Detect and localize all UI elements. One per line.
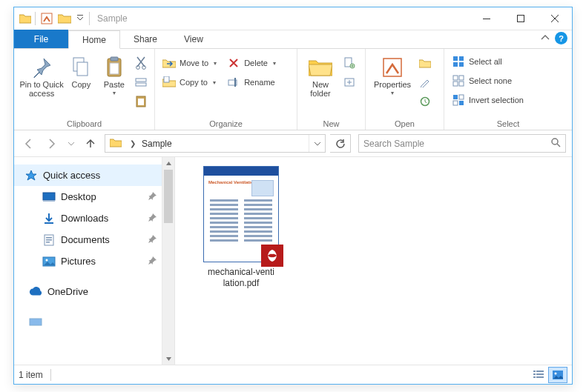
new-item-button[interactable] [342, 55, 357, 71]
chevron-down-icon: ▾ [273, 60, 276, 67]
history-button[interactable] [418, 93, 432, 110]
pin-label: Pin to Quick access [19, 80, 65, 98]
folder-icon [19, 12, 32, 25]
svg-rect-7 [111, 57, 118, 61]
svg-rect-24 [459, 56, 464, 61]
tree-pictures[interactable]: Pictures [14, 250, 174, 272]
svg-rect-40 [46, 237, 52, 239]
svg-rect-2 [483, 19, 490, 19]
copy-label: Copy [72, 80, 91, 89]
chevron-down-icon: ▾ [214, 60, 217, 67]
invert-selection-label: Invert selection [469, 96, 524, 104]
chevron-right-icon[interactable]: ❯ [127, 139, 139, 147]
svg-rect-42 [46, 242, 50, 243]
close-button[interactable] [538, 7, 572, 30]
file-list[interactable]: Mechanical Ventilation mechanical-venti … [175, 157, 572, 365]
open-button[interactable] [418, 55, 432, 71]
search-icon [550, 137, 561, 150]
body: Quick access Desktop Downl [14, 157, 572, 365]
qat-customize-button[interactable] [74, 14, 86, 23]
properties-button[interactable]: Properties ▾ [370, 52, 415, 97]
cut-button[interactable] [134, 55, 148, 71]
documents-icon [42, 234, 56, 246]
tree-documents-label: Documents [61, 234, 110, 245]
minimize-button[interactable] [470, 7, 504, 30]
file-item[interactable]: Mechanical Ventilation mechanical-venti … [193, 166, 289, 289]
back-button[interactable] [19, 134, 38, 153]
tree-desktop[interactable]: Desktop [14, 186, 174, 207]
tab-view[interactable]: View [171, 30, 217, 48]
search-placeholder: Search Sample [363, 139, 550, 149]
refresh-button[interactable] [330, 134, 351, 153]
scroll-thumb[interactable] [164, 170, 173, 223]
svg-rect-34 [459, 101, 464, 105]
tree-this-pc[interactable] [14, 311, 174, 333]
rename-label: Rename [244, 78, 275, 87]
breadcrumb-current[interactable]: Sample [139, 139, 175, 149]
pin-to-quick-access-button[interactable]: Pin to Quick access [19, 52, 65, 98]
nav-tree: Quick access Desktop Downl [14, 157, 175, 365]
new-folder-button[interactable]: New folder [302, 52, 339, 98]
svg-rect-25 [453, 62, 458, 67]
tree-downloads[interactable]: Downloads [14, 207, 174, 229]
maximize-button[interactable] [504, 7, 538, 30]
paste-label: Paste [104, 80, 125, 89]
svg-rect-47 [536, 371, 544, 372]
tab-home[interactable]: Home [68, 30, 120, 49]
svg-rect-33 [453, 101, 458, 105]
pdf-icon [261, 245, 283, 267]
qat-separator [35, 12, 36, 25]
svg-rect-8 [110, 63, 119, 74]
delete-label: Delete [244, 59, 268, 67]
status-bar: 1 item [14, 365, 572, 384]
scroll-up-button[interactable] [162, 157, 174, 170]
copy-path-button[interactable] [134, 74, 148, 90]
tree-pictures-label: Pictures [61, 256, 96, 267]
tree-quick-access-label: Quick access [43, 170, 100, 181]
qat-folder-button[interactable] [56, 10, 73, 27]
address-history-button[interactable] [309, 135, 325, 152]
easy-access-button[interactable] [342, 74, 357, 90]
pc-icon [29, 318, 42, 327]
up-button[interactable] [81, 134, 100, 153]
svg-rect-23 [453, 56, 458, 61]
select-none-icon [452, 75, 465, 87]
tab-share[interactable]: Share [120, 30, 171, 48]
details-view-button[interactable] [529, 367, 548, 383]
svg-rect-37 [43, 200, 55, 202]
svg-rect-38 [45, 222, 53, 224]
move-to-label: Move to [180, 59, 208, 67]
qat-properties-button[interactable] [39, 10, 55, 27]
invert-selection-button[interactable]: Invert selection [449, 92, 527, 108]
tab-file[interactable]: File [14, 30, 68, 48]
tree-documents[interactable]: Documents [14, 229, 174, 250]
tree-scrollbar[interactable] [162, 157, 174, 365]
search-box[interactable]: Search Sample [358, 134, 566, 153]
svg-rect-11 [136, 79, 146, 82]
address-bar[interactable]: ❯ Sample [105, 134, 326, 153]
svg-rect-50 [533, 376, 536, 378]
copy-button[interactable]: Copy [65, 52, 97, 89]
delete-button[interactable]: Delete ▾ [224, 55, 279, 71]
recent-locations-button[interactable] [66, 134, 76, 153]
paste-button[interactable]: Paste ▾ [98, 52, 131, 97]
scroll-down-button[interactable] [162, 352, 174, 365]
thumbnails-view-button[interactable] [548, 367, 567, 383]
forward-button[interactable] [42, 134, 62, 153]
svg-rect-26 [459, 62, 464, 67]
move-to-icon [162, 57, 176, 69]
edit-button[interactable] [418, 74, 432, 90]
svg-rect-46 [533, 371, 536, 372]
copy-to-button[interactable]: Copy to ▾ [159, 74, 220, 90]
paste-shortcut-button[interactable] [134, 93, 148, 110]
tree-quick-access[interactable]: Quick access [14, 165, 174, 186]
rename-button[interactable]: Rename [224, 74, 279, 90]
select-all-button[interactable]: Select all [449, 53, 527, 70]
select-none-button[interactable]: Select none [449, 73, 527, 89]
collapse-ribbon-button[interactable] [540, 33, 550, 44]
help-button[interactable]: ? [555, 32, 567, 44]
svg-rect-49 [536, 373, 544, 375]
tree-onedrive[interactable]: OneDrive [14, 281, 174, 302]
move-to-button[interactable]: Move to ▾ [159, 55, 220, 71]
svg-rect-3 [518, 16, 524, 22]
